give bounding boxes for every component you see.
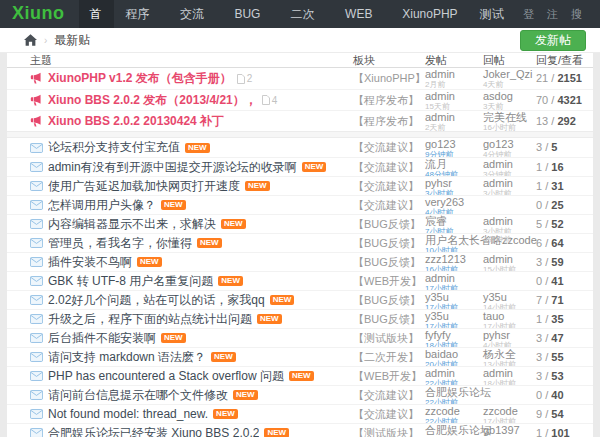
board-link[interactable]: 【交流建议】 bbox=[353, 199, 419, 211]
board-link[interactable]: 【交流建议】 bbox=[353, 141, 419, 153]
poster-name[interactable]: 用户名太长省略zzcode bbox=[425, 235, 483, 246]
board-link[interactable]: 【XiunoPHP】 bbox=[353, 72, 426, 84]
topic-title[interactable]: Xiuno BBS 2.0.2 发布（2013/4/21）， bbox=[48, 92, 257, 109]
topic-cell: XiunoPHP v1.2 发布（包含手册） 2 bbox=[7, 68, 353, 89]
replier-cell: Joker_Qzi 4天前 bbox=[483, 68, 536, 89]
board-link[interactable]: 【BUG反馈】 bbox=[353, 294, 421, 306]
nav-menu-item[interactable]: BUG反馈 bbox=[223, 0, 279, 28]
poster-name[interactable]: admin bbox=[425, 69, 483, 80]
topic-title[interactable]: 升级之后，程序下面的站点统计出问题 bbox=[48, 311, 252, 328]
site-logo[interactable]: Xiuno bbox=[0, 0, 79, 28]
nav-menu-item[interactable]: 交流建议 bbox=[169, 0, 224, 28]
search-link[interactable]: 搜索 bbox=[571, 0, 588, 28]
poster-name[interactable]: 流月 bbox=[425, 159, 483, 170]
replier-name[interactable]: zzcode bbox=[483, 406, 536, 417]
nav-menu-item[interactable]: XiunoPHP bbox=[391, 0, 468, 28]
replier-name[interactable]: gb1397 bbox=[483, 425, 536, 436]
new-badge: NEW bbox=[161, 333, 186, 343]
register-link[interactable]: 注册 bbox=[547, 0, 564, 28]
replier-name[interactable]: pyhsr bbox=[483, 330, 536, 341]
replier-name[interactable]: admin bbox=[483, 178, 536, 189]
topic-title[interactable]: 论坛积分支持支付宝充值 bbox=[48, 139, 180, 156]
topic-title[interactable]: XiunoPHP v1.2 发布（包含手册） bbox=[48, 70, 232, 87]
home-icon[interactable] bbox=[24, 34, 37, 46]
poster-name[interactable]: very263 bbox=[425, 197, 483, 208]
view-count: 53 bbox=[551, 370, 563, 382]
replier-name[interactable]: 杨永全 bbox=[483, 349, 536, 360]
replier-name[interactable]: admin bbox=[483, 216, 536, 227]
board-link[interactable]: 【程序发布】 bbox=[353, 115, 419, 127]
board-link[interactable]: 【测试版块】 bbox=[353, 427, 419, 437]
board-link[interactable]: 【交流建议】 bbox=[353, 408, 419, 420]
reply-count: 0 bbox=[536, 275, 542, 287]
poster-name[interactable]: y35u bbox=[425, 292, 483, 303]
breadcrumb: 最新贴 bbox=[54, 32, 90, 49]
poster-name[interactable]: admin bbox=[425, 273, 483, 284]
poster-name[interactable]: zzz1213 bbox=[425, 254, 483, 265]
poster-name[interactable]: fyfyfy bbox=[425, 330, 483, 341]
board-link[interactable]: 【交流建议】 bbox=[353, 389, 419, 401]
topic-title[interactable]: 2.02好几个问题，站在可以的话，家我qq bbox=[48, 292, 265, 309]
replier-name[interactable]: y35u bbox=[483, 292, 536, 303]
board-link[interactable]: 【二次开发】 bbox=[353, 351, 419, 363]
reply-count: 3 bbox=[536, 141, 542, 153]
board-link[interactable]: 【程序发布】 bbox=[353, 94, 419, 106]
topic-title[interactable]: 管理员，看我名字，你懂得 bbox=[48, 235, 192, 252]
replier-cell: gb1397 bbox=[483, 424, 536, 437]
board-link[interactable]: 【WEB开发】 bbox=[353, 370, 422, 382]
nav-menu-item[interactable]: 首页 bbox=[79, 0, 115, 28]
poster-name[interactable]: admin bbox=[425, 368, 483, 379]
topic-title[interactable]: PHP has encountered a Stack overflow 问题 bbox=[48, 368, 284, 385]
board-link[interactable]: 【交流建议】 bbox=[353, 161, 419, 173]
replier-name[interactable]: asdog bbox=[483, 91, 536, 102]
board-link[interactable]: 【测试版块】 bbox=[353, 332, 419, 344]
nav-menu-item[interactable]: 程序发布 bbox=[114, 0, 169, 28]
topic-title[interactable]: 插件安装不鸟啊 bbox=[48, 254, 132, 271]
table-row: 合肥娱乐论坛已经安装 Xiuno BBS 2.0.2 NEW 【测试版块】 合肥… bbox=[7, 423, 593, 437]
attachment-count: 4 bbox=[272, 95, 278, 106]
poster-name[interactable]: 合肥娱乐论坛 bbox=[425, 387, 483, 398]
replier-name[interactable]: Joker_Qzi bbox=[483, 69, 536, 80]
poster-name[interactable]: admin bbox=[425, 112, 483, 123]
board-link[interactable]: 【交流建议】 bbox=[353, 180, 419, 192]
topic-title[interactable]: 请问前台信息提示在哪个文件修改 bbox=[48, 387, 228, 404]
replier-name[interactable]: admin bbox=[483, 159, 536, 170]
replier-name[interactable]: tauo bbox=[483, 311, 536, 322]
nav-menu-item-label[interactable]: XiunoPHP bbox=[391, 0, 468, 28]
topic-title[interactable]: Not found model: thread_new. bbox=[48, 407, 208, 421]
nav-menu-item[interactable]: WEB开发 bbox=[334, 0, 391, 28]
topic-title[interactable]: Xiuno BBS 2.0.2 20130424 补丁 bbox=[48, 113, 224, 130]
poster-name[interactable]: 宸睿 bbox=[425, 216, 483, 227]
poster-name[interactable]: 合肥娱乐论坛 bbox=[425, 425, 483, 436]
topic-title[interactable]: 怎样调用用户头像？ bbox=[48, 197, 156, 214]
reply-count: 3 bbox=[536, 332, 542, 344]
poster-name[interactable]: go123 bbox=[425, 139, 483, 150]
board-link[interactable]: 【BUG反馈】 bbox=[353, 237, 421, 249]
board-link[interactable]: 【BUG反馈】 bbox=[353, 218, 421, 230]
topic-title[interactable]: 后台插件不能安装啊 bbox=[48, 330, 156, 347]
replier-name[interactable]: 完美在线 bbox=[483, 112, 536, 123]
replier-name[interactable]: go123 bbox=[483, 139, 536, 150]
poster-name[interactable]: zzcode bbox=[425, 406, 483, 417]
nav-menu-item[interactable]: 二次开发 bbox=[280, 0, 335, 28]
nav-menu-item[interactable]: 测试版块 bbox=[469, 0, 524, 28]
poster-name[interactable]: y35u bbox=[425, 311, 483, 322]
new-post-button[interactable]: 发新帖 bbox=[520, 30, 586, 51]
replier-name[interactable]: admin bbox=[483, 254, 536, 265]
replier-time: 16小时前 bbox=[483, 124, 536, 131]
topic-title[interactable]: admin有没有到开源中国提交开源论坛的收录啊 bbox=[48, 159, 297, 176]
board-link[interactable]: 【BUG反馈】 bbox=[353, 313, 421, 325]
topic-title[interactable]: 使用广告延迟加载加快网页打开速度 bbox=[48, 178, 240, 195]
replier-name[interactable]: admin bbox=[483, 368, 536, 379]
poster-name[interactable]: baidao bbox=[425, 349, 483, 360]
topic-title[interactable]: GBK 转 UTF-8 用户名重复问题 bbox=[48, 273, 213, 290]
poster-name[interactable]: admin bbox=[425, 91, 483, 102]
poster-name[interactable]: pyhsr bbox=[425, 178, 483, 189]
topic-title[interactable]: 合肥娱乐论坛已经安装 Xiuno BBS 2.0.2 bbox=[48, 425, 259, 437]
poster-time: 2天前 bbox=[425, 124, 483, 131]
board-link[interactable]: 【BUG反馈】 bbox=[353, 256, 421, 268]
topic-title[interactable]: 内容编辑器显示不出来，求解决 bbox=[48, 216, 216, 233]
board-link[interactable]: 【WEB开发】 bbox=[353, 275, 422, 287]
login-link[interactable]: 登录 bbox=[523, 0, 540, 28]
topic-title[interactable]: 请问支持 markdown 语法麽？ bbox=[48, 349, 206, 366]
